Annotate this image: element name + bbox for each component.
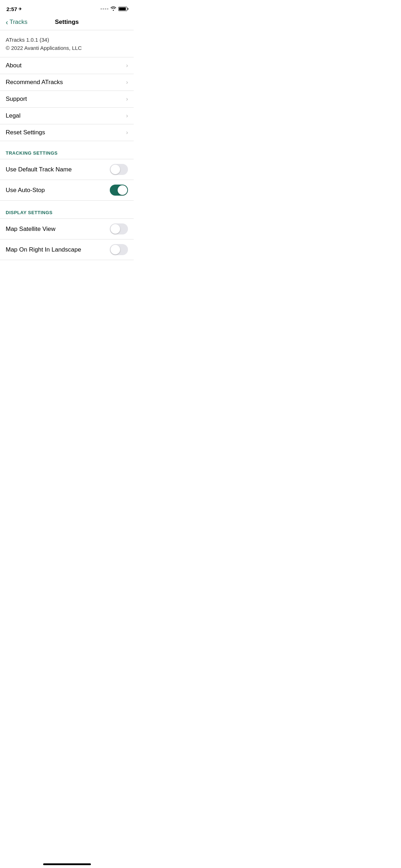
- chevron-right-icon-about: ›: [126, 62, 128, 69]
- app-info-section: ATracks 1.0.1 (34) © 2022 Avanti Applica…: [0, 30, 134, 57]
- page-title: Settings: [55, 19, 79, 26]
- chevron-right-icon-support: ›: [126, 96, 128, 102]
- toggle-knob-satellite-view: [110, 224, 120, 234]
- toggle-satellite-view[interactable]: [110, 223, 128, 234]
- menu-item-recommend[interactable]: Recommend ATracks ›: [0, 74, 134, 91]
- toggle-knob-default-track-name: [110, 165, 120, 174]
- status-icons: [101, 6, 127, 12]
- toggle-label-map-right-landscape: Map On Right In Landscape: [6, 246, 81, 253]
- time-label: 2:57: [6, 6, 17, 12]
- menu-item-label-about: About: [6, 62, 21, 69]
- toggle-label-auto-stop: Use Auto-Stop: [6, 187, 45, 194]
- toggle-label-default-track-name: Use Default Track Name: [6, 166, 72, 173]
- location-icon: ✈: [19, 7, 22, 11]
- toggle-item-default-track-name: Use Default Track Name: [0, 159, 134, 180]
- signal-icon: [101, 8, 108, 10]
- menu-item-support[interactable]: Support ›: [0, 91, 134, 108]
- back-label: Tracks: [10, 19, 27, 26]
- back-chevron-icon: ‹: [6, 19, 8, 26]
- menu-item-label-support: Support: [6, 95, 27, 103]
- menu-item-label-recommend: Recommend ATracks: [6, 79, 63, 86]
- toggle-map-right-landscape[interactable]: [110, 244, 128, 255]
- display-settings-header: DISPLAY SETTINGS: [0, 201, 134, 219]
- menu-item-label-reset: Reset Settings: [6, 129, 45, 136]
- tracking-settings-header: TRACKING SETTINGS: [0, 141, 134, 159]
- toggle-label-satellite-view: Map Satellite View: [6, 226, 56, 233]
- toggle-item-map-right-landscape: Map On Right In Landscape: [0, 239, 134, 260]
- toggle-item-satellite-view: Map Satellite View: [0, 219, 134, 239]
- wifi-icon: [110, 6, 116, 12]
- menu-item-legal[interactable]: Legal ›: [0, 108, 134, 124]
- menu-item-label-legal: Legal: [6, 112, 21, 119]
- chevron-right-icon-recommend: ›: [126, 79, 128, 86]
- nav-bar: ‹ Tracks Settings: [0, 16, 134, 30]
- chevron-right-icon-reset: ›: [126, 129, 128, 136]
- app-version: ATracks 1.0.1 (34): [6, 36, 128, 44]
- toggle-knob-auto-stop: [118, 185, 127, 195]
- app-copyright: © 2022 Avanti Applications, LLC: [6, 44, 128, 52]
- back-button[interactable]: ‹ Tracks: [6, 19, 27, 26]
- display-settings-label: DISPLAY SETTINGS: [6, 210, 53, 215]
- menu-item-reset[interactable]: Reset Settings ›: [0, 124, 134, 141]
- status-time: 2:57 ✈: [6, 6, 22, 12]
- toggle-default-track-name[interactable]: [110, 164, 128, 175]
- tracking-settings-label: TRACKING SETTINGS: [6, 150, 58, 156]
- chevron-right-icon-legal: ›: [126, 113, 128, 119]
- toggle-item-auto-stop: Use Auto-Stop: [0, 180, 134, 201]
- toggle-auto-stop[interactable]: [110, 185, 128, 196]
- status-bar: 2:57 ✈: [0, 0, 134, 16]
- menu-list: About › Recommend ATracks › Support › Le…: [0, 57, 134, 141]
- toggle-knob-map-right-landscape: [110, 245, 120, 254]
- menu-item-about[interactable]: About ›: [0, 57, 134, 74]
- battery-icon: [118, 7, 127, 11]
